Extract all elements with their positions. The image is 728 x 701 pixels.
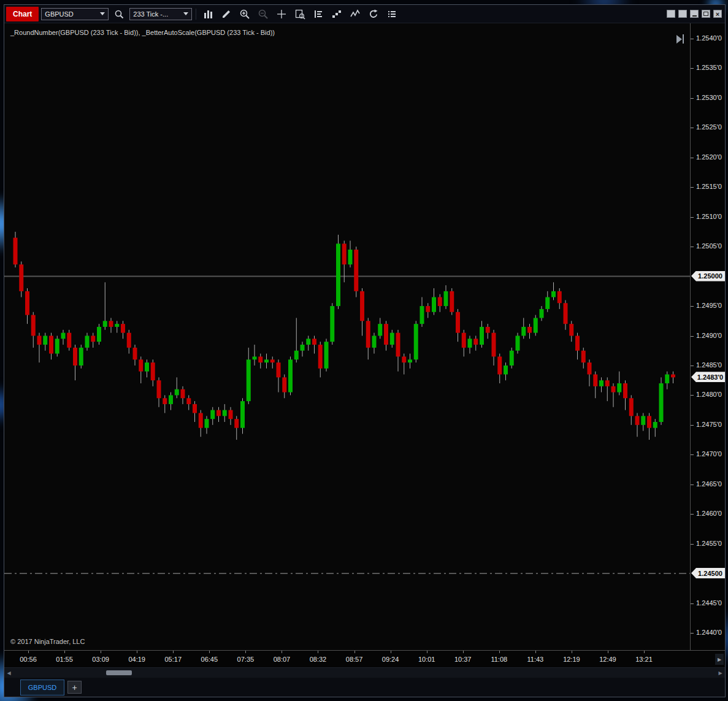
zoom-in-button[interactable] [237, 7, 253, 21]
candle-body [456, 312, 460, 333]
chart-panel[interactable]: _RoundNumber(GBPUSD (233 Tick - Bid)), _… [4, 23, 690, 650]
chart-style-icon [202, 9, 213, 20]
price-tick-label: 1.2525'0 [696, 123, 722, 131]
candle-body [234, 419, 239, 428]
scrollbar-right-arrow[interactable]: ▶ [716, 669, 724, 676]
tab-gbpusd[interactable]: GBPUSD [20, 680, 64, 695]
chart-trader-button[interactable] [310, 7, 326, 21]
time-tick-label: 11:08 [491, 656, 507, 663]
candle-body [617, 383, 621, 393]
candle-body [240, 401, 245, 428]
price-tick-label: 1.2515'0 [696, 183, 722, 190]
interval-link-button[interactable] [678, 10, 687, 18]
minimize-button[interactable] [690, 10, 699, 18]
price-tick [691, 247, 694, 247]
price-tick [691, 128, 694, 128]
candle-body [306, 339, 310, 345]
scrollbar-thumb[interactable] [106, 670, 132, 675]
candle-body [564, 303, 568, 324]
time-tick [391, 651, 391, 653]
maximize-icon [703, 12, 708, 16]
candle-body [623, 383, 627, 398]
data-box-button[interactable] [292, 7, 308, 21]
instrument-selector[interactable]: GBPUSD [41, 8, 109, 20]
price-tick [691, 454, 694, 455]
time-tick [499, 651, 500, 653]
properties-button[interactable] [384, 7, 400, 21]
candle-body [360, 291, 364, 321]
candle-body [462, 333, 466, 348]
price-axis[interactable]: 1.2540'01.2535'01.2530'01.2525'01.2520'0… [690, 23, 725, 650]
drawing-tools-button[interactable] [218, 7, 234, 21]
reload-button[interactable] [366, 7, 381, 21]
time-tick [173, 651, 174, 653]
time-axis-scroll-right-button[interactable]: ▶ [715, 654, 724, 665]
time-tick-label: 10:01 [418, 656, 435, 663]
panels-button[interactable] [329, 7, 345, 21]
candle-body [277, 362, 281, 377]
candle-body [264, 359, 269, 362]
time-tick [245, 651, 246, 653]
candle-body [342, 243, 347, 264]
candle-body [575, 336, 580, 351]
candle-body [540, 309, 544, 318]
candle-body [521, 327, 526, 336]
price-marker-round-number: 1.24500 [691, 568, 725, 578]
instrument-link-button[interactable] [667, 10, 675, 18]
time-tick-label: 12:49 [599, 656, 616, 663]
candle-body [510, 351, 514, 366]
close-button[interactable]: × [713, 10, 722, 18]
window-tab-chart[interactable]: Chart [6, 7, 39, 21]
candle-body [444, 291, 448, 306]
candle-body [354, 250, 358, 291]
instrument-search-button[interactable] [111, 7, 127, 21]
candle-body [133, 348, 137, 359]
scroll-to-end-icon[interactable] [676, 34, 684, 44]
instrument-value: GBPUSD [45, 10, 73, 18]
chevron-down-icon [183, 12, 188, 15]
chart-style-button[interactable] [200, 7, 216, 21]
price-tick-label: 1.2495'0 [696, 302, 722, 309]
candlestick-chart[interactable] [4, 23, 690, 650]
candle-body [205, 419, 209, 428]
candle-body [91, 336, 95, 342]
tab-bar: GBPUSD + [4, 678, 725, 697]
candle-body [653, 422, 657, 428]
scroll-to-end-bar [683, 34, 684, 44]
candle-body [157, 380, 161, 398]
indicator-label: _RoundNumber(GBPUSD (233 Tick - Bid)), _… [10, 29, 275, 36]
candle-body [210, 410, 215, 419]
candle-body [492, 333, 496, 357]
crosshair-button[interactable] [274, 7, 289, 21]
candle-body [223, 410, 227, 416]
candle-body [55, 339, 59, 353]
candle-body [79, 348, 83, 366]
time-tick [101, 651, 101, 653]
candle-body [163, 398, 167, 404]
scroll-to-end-triangle [676, 35, 682, 44]
zoom-in-icon [239, 9, 250, 20]
zoom-out-button[interactable] [255, 7, 271, 21]
price-tick [691, 366, 694, 366]
candle-body [199, 413, 203, 427]
scrollbar-left-arrow[interactable]: ◀ [5, 669, 13, 676]
candle-body [629, 398, 634, 416]
price-tick [691, 514, 694, 515]
chart-scrollbar[interactable]: ◀ ▶ [4, 667, 725, 678]
price-tick [691, 633, 694, 634]
price-tick [691, 217, 694, 218]
price-tick-label: 1.2520'0 [696, 153, 722, 161]
time-tick [64, 651, 65, 653]
time-tick [282, 651, 282, 653]
indicators-button[interactable] [347, 7, 363, 21]
time-axis[interactable]: ▶ 00:5601:5503:0904:1905:1706:4507:3508:… [4, 650, 725, 667]
price-tick-label: 1.2470'0 [696, 450, 722, 458]
interval-selector[interactable]: 233 Tick -... [129, 8, 192, 20]
add-tab-button[interactable]: + [67, 681, 82, 694]
maximize-button[interactable] [702, 10, 710, 18]
candle-body [504, 366, 508, 375]
price-tick-label: 1.2445'0 [696, 599, 722, 607]
candle-body [480, 327, 484, 345]
time-tick-label: 08:57 [346, 656, 363, 663]
candle-body [569, 324, 573, 335]
